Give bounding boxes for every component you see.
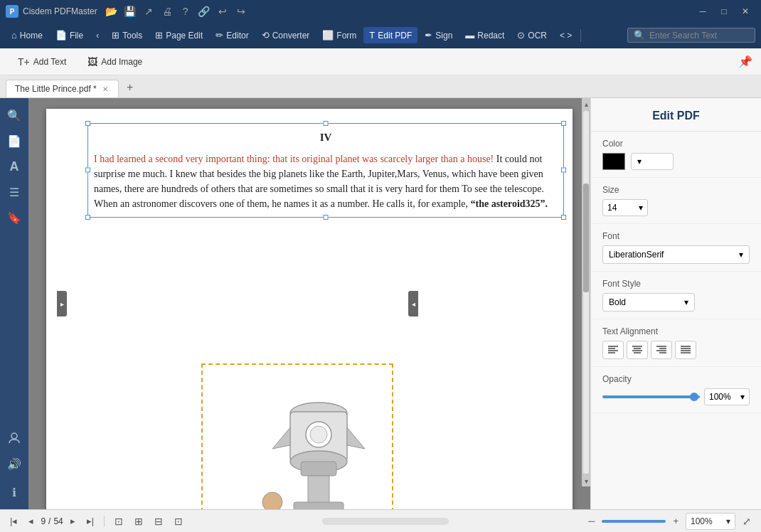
handle-tl[interactable] xyxy=(85,121,90,126)
sidebar-font-button[interactable]: A xyxy=(3,155,26,178)
fit-page-button[interactable]: ⊡ xyxy=(110,514,127,528)
handle-ml[interactable] xyxy=(85,168,90,173)
handle-tr[interactable] xyxy=(561,121,566,126)
redo-icon[interactable]: ↪ xyxy=(234,4,248,18)
pdf-area[interactable]: ▸ ◂ IV I had learned a second very impor… xyxy=(28,98,590,509)
share-icon[interactable]: ↗ xyxy=(142,4,156,18)
form-icon: ⬜ xyxy=(322,30,334,41)
zoom-slider[interactable] xyxy=(602,520,666,523)
opacity-value-dropdown[interactable]: 100% ▾ xyxy=(704,388,750,405)
menu-sign[interactable]: ✒ Sign xyxy=(419,27,458,43)
svg-point-8 xyxy=(310,426,327,443)
color-dropdown[interactable]: ▾ xyxy=(631,153,674,170)
add-text-button[interactable]: T+ Add Text xyxy=(9,52,75,72)
prev-page-button[interactable]: ◂ xyxy=(24,514,38,528)
print-icon[interactable]: 🖨 xyxy=(160,4,174,18)
font-style-chevron-icon: ▾ xyxy=(684,297,688,307)
opacity-slider[interactable] xyxy=(602,395,700,398)
align-left-button[interactable] xyxy=(602,341,624,359)
pin-icon[interactable]: 📌 xyxy=(738,55,752,68)
menu-page-edit[interactable]: ⊞ Page Edit xyxy=(149,27,208,43)
zoom-in-button[interactable]: + xyxy=(669,514,683,528)
tab-close-button[interactable]: ✕ xyxy=(101,85,110,94)
fit-width-button[interactable]: ⊞ xyxy=(130,514,147,528)
color-row: ▾ xyxy=(602,153,750,170)
collapse-right-arrow[interactable]: ◂ xyxy=(408,291,418,316)
first-page-button[interactable]: |◂ xyxy=(6,514,21,528)
menu-edit-pdf[interactable]: T Edit PDF xyxy=(363,27,417,43)
open-file-icon[interactable]: 📂 xyxy=(105,4,119,18)
menu-home[interactable]: ⌂ Home xyxy=(6,27,48,43)
svg-marker-6 xyxy=(347,427,365,449)
sidebar-speaker-button[interactable]: 🔊 xyxy=(3,452,26,475)
scroll-track[interactable] xyxy=(583,111,589,474)
color-swatch[interactable] xyxy=(602,153,625,170)
close-button[interactable]: ✕ xyxy=(735,1,755,21)
extract-page-button[interactable]: ⊟ xyxy=(150,514,167,528)
search-box[interactable]: 🔍 xyxy=(627,28,755,43)
size-label: Size xyxy=(602,185,750,195)
next-page-button[interactable]: ▸ xyxy=(66,514,80,528)
font-value: LiberationSerif xyxy=(609,250,664,260)
search-input[interactable] xyxy=(649,31,749,41)
menu-tools[interactable]: ⊞ Tools xyxy=(106,27,148,43)
size-value: 14 xyxy=(607,203,617,213)
undo-icon[interactable]: ↩ xyxy=(215,4,230,18)
pdf-tab[interactable]: The Little Prince.pdf * ✕ xyxy=(6,80,119,97)
menu-separator xyxy=(580,29,581,42)
align-center-button[interactable] xyxy=(627,341,648,359)
collapse-left-arrow[interactable]: ▸ xyxy=(57,291,67,316)
handle-mr[interactable] xyxy=(561,168,566,173)
sign-pen-icon: ✒ xyxy=(425,30,432,41)
font-dropdown[interactable]: LiberationSerif ▾ xyxy=(602,245,750,264)
menu-redact[interactable]: ▬ Redact xyxy=(459,27,510,43)
scroll-down-arrow[interactable]: ▾ xyxy=(582,475,590,486)
size-dropdown[interactable]: 14 ▾ xyxy=(602,199,648,216)
add-image-button[interactable]: 🖼 Add Image xyxy=(78,52,151,72)
image-box[interactable] xyxy=(201,363,393,509)
h-scrollbar[interactable] xyxy=(322,518,449,525)
font-style-section: Font Style Bold ▾ xyxy=(591,272,761,319)
menu-back[interactable]: ‹ xyxy=(90,28,105,43)
font-style-label: Font Style xyxy=(602,279,750,289)
total-pages: 54 xyxy=(53,516,63,526)
help-icon[interactable]: ? xyxy=(179,4,193,18)
menu-ocr[interactable]: ⊙ OCR xyxy=(511,27,553,43)
scroll-thumb[interactable] xyxy=(583,183,589,292)
last-page-button[interactable]: ▸| xyxy=(83,514,98,528)
scroll-up-arrow[interactable]: ▴ xyxy=(582,98,590,110)
actual-size-button[interactable]: ⊡ xyxy=(170,514,187,528)
menu-converter[interactable]: ⟲ Converter xyxy=(256,27,316,43)
new-tab-button[interactable]: + xyxy=(122,79,139,96)
minimize-button[interactable]: ─ xyxy=(693,1,713,21)
sidebar-bookmark-button[interactable]: 🔖 xyxy=(3,206,26,229)
sidebar-search-button[interactable]: 🔍 xyxy=(3,104,26,127)
align-justify-button[interactable] xyxy=(675,341,696,359)
link-icon[interactable]: 🔗 xyxy=(197,4,211,18)
user-icon xyxy=(8,432,21,445)
chevron-down-icon: ▾ xyxy=(637,156,642,166)
sidebar-pages-button[interactable]: 📄 xyxy=(3,129,26,152)
zoom-value-dropdown[interactable]: 100% ▾ xyxy=(686,513,735,530)
sidebar-user-button[interactable] xyxy=(3,427,26,449)
fullscreen-button[interactable]: ⤢ xyxy=(738,514,755,528)
save-icon[interactable]: 💾 xyxy=(123,4,137,18)
handle-tm[interactable] xyxy=(324,121,329,126)
menu-editor[interactable]: ✏ Editor xyxy=(210,27,254,43)
menu-form[interactable]: ⬜ Form xyxy=(316,27,362,43)
maximize-button[interactable]: □ xyxy=(714,1,734,21)
opacity-thumb[interactable] xyxy=(690,393,698,401)
font-style-dropdown[interactable]: Bold ▾ xyxy=(602,293,695,312)
text-box-selected[interactable]: IV I had learned a second very important… xyxy=(87,123,564,218)
handle-bl[interactable] xyxy=(85,215,90,220)
sidebar-info-button[interactable]: ℹ xyxy=(3,481,26,504)
handle-br[interactable] xyxy=(561,215,566,220)
pdf-scrollbar[interactable]: ▴ ▾ xyxy=(582,98,590,486)
menu-nav-arrows[interactable]: < > xyxy=(554,28,578,43)
zoom-out-button[interactable]: ─ xyxy=(584,514,599,528)
file-icon: 📄 xyxy=(55,30,67,41)
align-right-button[interactable] xyxy=(651,341,672,359)
menu-file[interactable]: 📄 File xyxy=(50,27,89,43)
handle-bm[interactable] xyxy=(324,215,329,220)
sidebar-list-button[interactable]: ☰ xyxy=(3,181,26,203)
